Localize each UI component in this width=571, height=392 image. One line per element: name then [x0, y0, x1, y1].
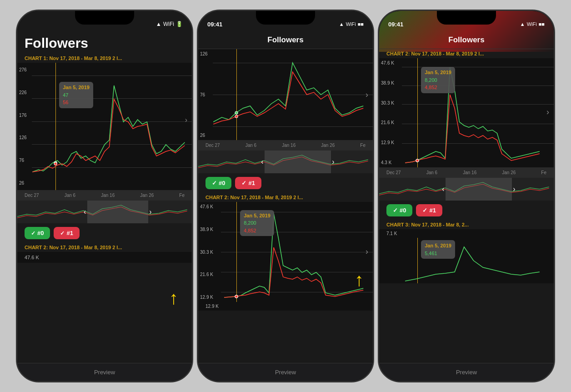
chart2-main-2: 47.6 K 38.9 K 30.3 K 21.6 K 12.9 K: [198, 202, 373, 302]
yellow-arrow-2: ↑: [355, 270, 364, 290]
nav-bar-3: Followers: [379, 31, 554, 49]
preview-tab-3[interactable]: Preview: [456, 369, 477, 376]
series-buttons-2: ✓ #0 ✓ #1: [198, 173, 373, 193]
yellow-arrow-1: ↑: [169, 288, 178, 308]
tooltip-val3-1: 8,200: [425, 76, 451, 84]
tl3-label: Dec 27: [386, 170, 401, 175]
y-label: 126: [200, 51, 208, 56]
tab-bar-2: Preview: [198, 363, 373, 381]
chart2-main-3: 47.6 K 38.9 K 30.3 K 21.6 K 12.9 K 4.3 K: [379, 58, 554, 167]
tooltip-val1: 47: [63, 91, 90, 99]
tab-bar-1: Preview: [17, 363, 192, 381]
preview-tab-2[interactable]: Preview: [275, 369, 296, 376]
chart3-svg-3: [379, 238, 554, 283]
tab-bar-3: Preview: [379, 363, 554, 381]
timeline-label: Fe: [179, 193, 185, 198]
y-label: 176: [19, 113, 27, 118]
tooltip-val2-1: 8,200: [244, 219, 270, 227]
chart3-label-3: CHART 3: Nov 17, 2018 - Mar 8, 2...: [379, 220, 554, 229]
chart1-label-1: CHART 1: Nov 17, 2018 - Mar 8, 2019 2 l.…: [17, 54, 192, 63]
series-buttons-3: ✓ #0 ✓ #1: [379, 201, 554, 220]
series0-2: #0: [219, 180, 225, 186]
chart3-yaxis-3: 7.1 K: [379, 229, 554, 238]
series-btn-0-2[interactable]: ✓ #0: [205, 177, 231, 189]
tl-label: Jan 26: [321, 143, 335, 148]
tl3-label: Jan 26: [502, 170, 516, 175]
timeline-bar-1: Dec 27 Jan 6 Jan 16 Jan 26 Fe: [17, 190, 192, 201]
mini-right-chevron-3[interactable]: ›: [513, 185, 515, 193]
svg-point-7: [416, 159, 419, 162]
y-label: 26: [200, 133, 208, 138]
tooltip-date-3: Jan 5, 2019: [425, 69, 451, 76]
mini-right-chevron[interactable]: ›: [149, 208, 151, 216]
tooltip-val3-2: 4,852: [425, 84, 451, 91]
mini-left-chevron-3[interactable]: ‹: [442, 185, 444, 193]
tooltip-date: Jan 5, 2019: [63, 84, 90, 91]
tl-label: Jan 6: [245, 143, 256, 148]
chart2-svg-2: [198, 202, 373, 302]
svg-point-5: [235, 295, 238, 298]
mini-chart-3: ‹ ›: [379, 178, 554, 201]
series1-3: #1: [429, 207, 436, 214]
y-label: 276: [19, 67, 27, 72]
chart-svg-2: [198, 49, 373, 140]
tooltip-val2-2: 4,852: [244, 227, 270, 235]
chart-tooltip-3: Jan 5, 2019 8,200 4,852: [421, 67, 455, 93]
tooltip-val3b: 5,461: [425, 250, 451, 257]
y-label: 26: [19, 181, 27, 186]
status-icons-2: ▲ WiFi ■■: [339, 21, 364, 27]
chart-tooltip-2: Jan 5, 2019 8,200 4,852: [240, 210, 274, 236]
chevron-right-2b[interactable]: ›: [366, 247, 368, 256]
series0-label: #0: [37, 230, 44, 236]
timeline-label: Dec 27: [25, 193, 39, 198]
status-time-3: 09:41: [388, 21, 403, 28]
chevron-right-3[interactable]: ›: [546, 107, 549, 117]
chart2-label-2: CHART 2: Nov 17, 2018 - Mar 8, 2019 2 l.…: [198, 193, 373, 202]
series-btn-1[interactable]: ✓ #1: [54, 227, 79, 239]
svg-point-3: [235, 115, 238, 118]
chart2-svg-3: [379, 58, 554, 167]
series0-3: #0: [400, 207, 406, 214]
tl3-label: Jan 6: [426, 170, 437, 175]
timeline-bar-2: Dec 27 Jan 6 Jan 16 Jan 26 Fe: [198, 140, 373, 151]
status-time-2: 09:41: [207, 21, 222, 28]
chart1-chevron[interactable]: ›: [185, 116, 187, 124]
nav-title-2: Followers: [267, 35, 303, 45]
series1-label: #1: [66, 230, 73, 236]
mini-left-chevron[interactable]: ‹: [84, 208, 86, 216]
chart1-main-1: 276 226 176 126 76 26: [17, 63, 192, 190]
chart-tooltip-3b: Jan 5, 2019 5,461: [421, 240, 455, 259]
tooltip-val2: 56: [63, 99, 90, 106]
status-icons-3: ▲ WiFi ■■: [520, 21, 545, 27]
mini-chart-2: ‹ ›: [198, 151, 373, 173]
y-label: 76: [200, 92, 208, 97]
series1-2: #1: [248, 180, 255, 186]
chart1-svg: [17, 63, 192, 190]
tooltip-date-2: Jan 5, 2019: [244, 212, 270, 220]
mini-right-chevron-2[interactable]: ›: [332, 158, 334, 166]
chart-tooltip-1: Jan 5, 2019 47 56: [59, 82, 93, 108]
large-title-1: Followers: [17, 31, 192, 54]
chevron-right-2[interactable]: ›: [366, 90, 368, 100]
mini-left-chevron-2[interactable]: ‹: [261, 158, 263, 166]
tl3-label: Fe: [541, 170, 546, 175]
series-btn-1-3[interactable]: ✓ #1: [416, 204, 442, 216]
series-btn-1-2[interactable]: ✓ #1: [235, 177, 261, 189]
chart2-label-1: CHART 2: Nov 17, 2018 - Mar 8, 2019 2 l.…: [17, 243, 192, 252]
chart1-small-2: 126 76 26: [198, 49, 373, 140]
svg-point-2: [235, 111, 238, 114]
chart3-partial-3: Jan 5, 2019 5,461: [379, 238, 554, 283]
phone-2: 09:41 ▲ WiFi ■■ Followers 126 76: [197, 10, 374, 382]
series-btn-0[interactable]: ✓ #0: [25, 227, 50, 239]
tl3-label: Jan 16: [463, 170, 476, 175]
chart2-partial-2: 12.9 K: [198, 302, 373, 311]
y-label: 126: [19, 135, 27, 140]
nav-title-3: Followers: [448, 35, 484, 45]
tl-label: Jan 16: [282, 143, 296, 148]
y-label: 226: [19, 90, 27, 95]
series-btn-0-3[interactable]: ✓ #0: [386, 204, 412, 216]
timeline-label: Jan 26: [140, 193, 154, 198]
timeline-label: Jan 16: [101, 193, 115, 198]
tl-label: Dec 27: [205, 143, 220, 148]
preview-tab-1[interactable]: Preview: [94, 369, 115, 376]
